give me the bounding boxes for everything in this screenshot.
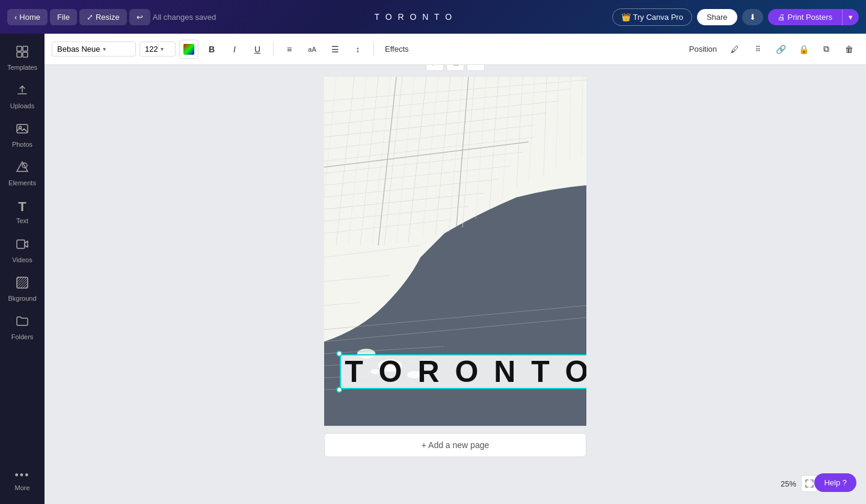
share-button[interactable]: Share bbox=[697, 9, 737, 25]
resize-label: Resize bbox=[96, 13, 120, 22]
svg-line-16 bbox=[23, 283, 28, 288]
printer-icon: 🖨 bbox=[778, 13, 785, 22]
font-family-chevron: ▾ bbox=[103, 46, 106, 52]
sidebar-item-elements[interactable]: Elements bbox=[3, 155, 41, 191]
spacing-icon: ↕ bbox=[356, 45, 360, 54]
svg-line-13 bbox=[17, 277, 26, 287]
sidebar-item-text[interactable]: T Text bbox=[3, 194, 41, 230]
svg-line-14 bbox=[18, 278, 28, 288]
grid-button[interactable]: ⠿ bbox=[748, 40, 767, 59]
photos-icon bbox=[16, 122, 29, 138]
add-page-top-button[interactable]: + bbox=[467, 65, 485, 71]
add-page-button[interactable]: + Add a new page bbox=[324, 433, 586, 457]
eyedropper-button[interactable]: 🖊 bbox=[725, 40, 745, 59]
link-button[interactable]: 🔗 bbox=[771, 40, 790, 59]
effects-button[interactable]: Effects bbox=[380, 42, 414, 56]
handle-bottom-left[interactable] bbox=[336, 387, 342, 393]
coordinates-text: 43.6532° N, 79.3832° W . bbox=[340, 401, 571, 409]
text-size-icon: aA bbox=[308, 46, 316, 53]
position-button[interactable]: Position bbox=[684, 42, 722, 56]
fullscreen-icon bbox=[805, 479, 814, 488]
city-name-text: T O R O N T O bbox=[345, 357, 586, 387]
link-icon: 🔗 bbox=[776, 45, 786, 54]
lock-button[interactable]: 🔒 bbox=[794, 40, 813, 59]
font-family-selector[interactable]: Bebas Neue ▾ bbox=[52, 41, 136, 57]
list-button[interactable]: ☰ bbox=[325, 40, 345, 59]
download-button[interactable]: ⬇ bbox=[742, 9, 763, 25]
photos-label: Photos bbox=[12, 141, 32, 148]
elements-label: Elements bbox=[8, 179, 36, 186]
sidebar-item-photos[interactable]: Photos bbox=[3, 117, 41, 153]
home-button[interactable]: ‹ Home bbox=[7, 9, 48, 25]
folders-icon bbox=[16, 315, 29, 331]
align-button[interactable]: ≡ bbox=[280, 40, 299, 59]
font-size-value: 122 bbox=[145, 45, 158, 54]
resize-button[interactable]: ⤢ Resize bbox=[79, 9, 127, 25]
file-button[interactable]: File bbox=[50, 9, 77, 25]
comment-button[interactable] bbox=[426, 65, 444, 71]
file-label: File bbox=[57, 13, 70, 22]
poster: T O R O N T O ↻ CANADA 43.6532° N, 79.38… bbox=[324, 77, 586, 426]
delete-button[interactable]: 🗑 bbox=[840, 40, 859, 59]
elements-icon bbox=[16, 161, 29, 177]
poster-text-container: T O R O N T O ↻ CANADA 43.6532° N, 79.38… bbox=[340, 354, 571, 409]
header: ‹ Home File ⤢ Resize ↩ All changes saved… bbox=[0, 0, 866, 34]
background-icon bbox=[16, 276, 29, 292]
handle-top-left[interactable] bbox=[336, 351, 342, 357]
try-pro-label: Try Canva Pro bbox=[633, 13, 683, 22]
sidebar-item-uploads[interactable]: Uploads bbox=[3, 78, 41, 114]
sidebar-item-videos[interactable]: Videos bbox=[3, 232, 41, 268]
spacing-button[interactable]: ↕ bbox=[348, 40, 367, 59]
list-icon: ☰ bbox=[331, 45, 339, 54]
print-button[interactable]: 🖨 Print Posters bbox=[768, 9, 842, 25]
add-page-label: + Add a new page bbox=[422, 440, 490, 450]
crosshair-icon bbox=[490, 401, 499, 409]
svg-rect-1 bbox=[23, 46, 28, 51]
canvas-floating-toolbar: + bbox=[426, 65, 485, 71]
color-swatch bbox=[183, 44, 194, 55]
font-family-value: Bebas Neue bbox=[57, 45, 100, 54]
duplicate-icon bbox=[451, 65, 459, 67]
position-label: Position bbox=[689, 45, 717, 54]
templates-icon bbox=[16, 45, 29, 61]
selected-text-element[interactable]: T O R O N T O ↻ bbox=[340, 354, 586, 389]
share-label: Share bbox=[707, 13, 728, 22]
help-button[interactable]: Help ? bbox=[814, 473, 856, 492]
trash-icon: 🗑 bbox=[845, 45, 853, 54]
try-pro-button[interactable]: 👑 Try Canva Pro bbox=[612, 8, 692, 26]
underline-button[interactable]: U bbox=[248, 40, 267, 59]
italic-label: I bbox=[233, 45, 236, 54]
sidebar-item-templates[interactable]: Templates bbox=[3, 40, 41, 76]
print-dropdown-button[interactable]: ▾ bbox=[842, 9, 859, 25]
text-label: Text bbox=[16, 217, 28, 224]
chevron-down-icon: ▾ bbox=[849, 13, 853, 22]
italic-button[interactable]: I bbox=[225, 40, 244, 59]
background-label: Bkground bbox=[8, 295, 36, 302]
canvas-area: + bbox=[45, 65, 866, 504]
text-color-button[interactable] bbox=[179, 40, 198, 59]
duplicate-canvas-button[interactable] bbox=[446, 65, 464, 71]
uploads-label: Uploads bbox=[10, 102, 34, 109]
font-size-selector[interactable]: 122 ▾ bbox=[140, 41, 176, 57]
undo-icon: ↩ bbox=[137, 13, 143, 22]
print-group: 🖨 Print Posters ▾ bbox=[768, 9, 859, 25]
sidebar-item-background[interactable]: Bkground bbox=[3, 271, 41, 307]
copy-style-button[interactable]: ⧉ bbox=[817, 40, 836, 59]
bold-button[interactable]: B bbox=[202, 40, 221, 59]
svg-rect-4 bbox=[17, 124, 28, 133]
text-size-button[interactable]: aA bbox=[302, 40, 322, 59]
undo-button[interactable]: ↩ bbox=[129, 9, 150, 25]
templates-label: Templates bbox=[7, 64, 37, 71]
effects-label: Effects bbox=[385, 45, 409, 54]
zoom-value: 25% bbox=[781, 479, 796, 488]
more-label: More bbox=[14, 484, 29, 491]
help-label: Help ? bbox=[824, 478, 847, 487]
videos-label: Videos bbox=[12, 256, 32, 263]
videos-icon bbox=[16, 238, 29, 254]
toolbar-right: Position 🖊 ⠿ 🔗 🔒 ⧉ 🗑 bbox=[684, 40, 859, 59]
svg-point-70 bbox=[492, 402, 497, 407]
text-toolbar: Bebas Neue ▾ 122 ▾ B I U ≡ aA ☰ ↕ Effect… bbox=[45, 34, 866, 65]
sidebar-item-more[interactable]: ••• More bbox=[3, 462, 41, 498]
toolbar-divider-1 bbox=[273, 42, 274, 57]
sidebar-item-folders[interactable]: Folders bbox=[3, 309, 41, 345]
